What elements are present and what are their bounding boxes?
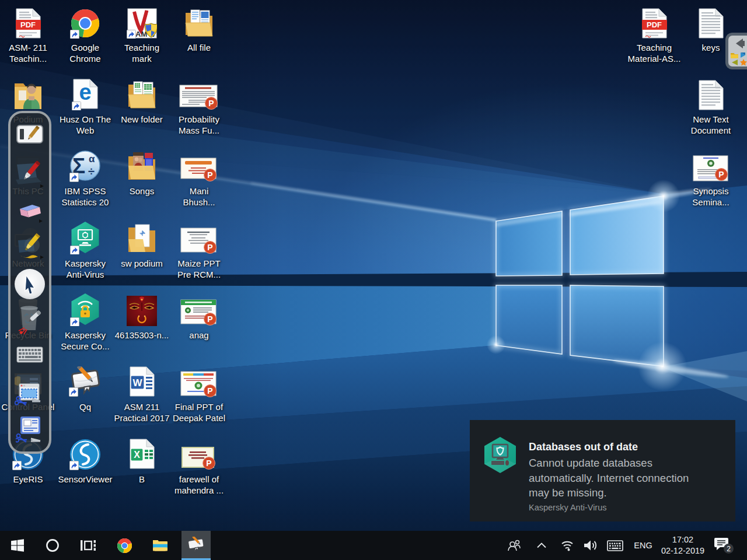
svg-text:2: 2 (727, 545, 731, 553)
svg-text:e: e (79, 80, 91, 104)
svg-text:AM: AM (135, 30, 147, 38)
svg-text:÷: ÷ (88, 165, 95, 178)
svg-text:X: X (134, 450, 140, 460)
svg-text:W: W (132, 377, 142, 388)
svg-text:α: α (89, 153, 95, 164)
